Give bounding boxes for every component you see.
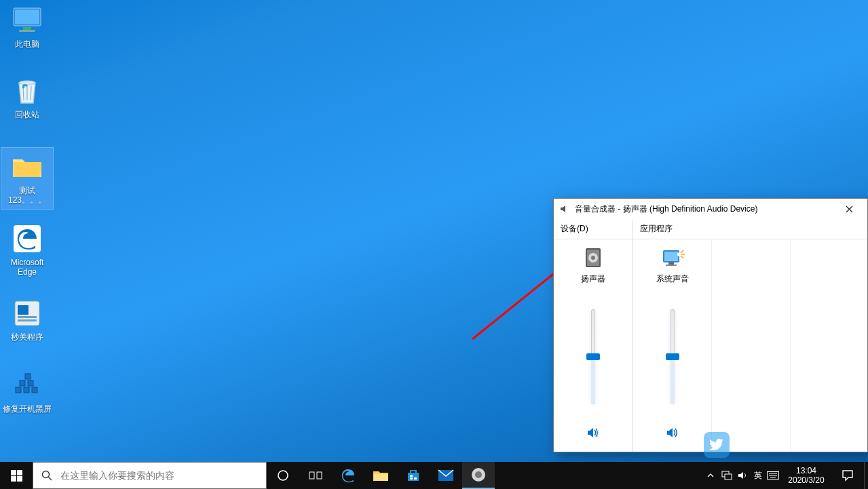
svg-rect-3 (19, 30, 35, 32)
volume-slider[interactable] (591, 300, 595, 414)
device-section: 设备(D) 扬声器 (554, 220, 633, 452)
svg-rect-36 (410, 475, 413, 477)
svg-rect-13 (16, 387, 21, 393)
action-center-button[interactable] (831, 462, 864, 489)
folder-icon (373, 469, 389, 482)
svg-rect-27 (17, 470, 22, 475)
edge-icon (11, 222, 43, 255)
tray-keyboard[interactable] (765, 462, 781, 489)
desktop-icon-this-pc[interactable]: 此电脑 (1, 4, 53, 49)
edge-icon (339, 467, 357, 484)
window-titlebar[interactable]: 音量合成器 - 扬声器 (High Definition Audio Devic… (554, 199, 867, 219)
speaker-device-icon[interactable] (581, 246, 605, 269)
close-button[interactable] (835, 199, 863, 218)
volume-mixer-window[interactable]: 音量合成器 - 扬声器 (High Definition Audio Devic… (553, 198, 868, 452)
svg-rect-34 (317, 472, 322, 479)
tray-ime[interactable]: 英 (751, 462, 765, 489)
svg-rect-22 (664, 252, 678, 261)
svg-rect-33 (309, 472, 314, 479)
taskbar-app-mixer[interactable] (462, 462, 495, 489)
volume-slider[interactable] (671, 300, 675, 414)
desktop-icon-edge[interactable]: Microsoft Edge (1, 222, 53, 277)
folder-icon (11, 151, 43, 183)
watermark-logo-icon (704, 432, 730, 458)
svg-rect-7 (18, 305, 29, 315)
svg-rect-12 (28, 380, 33, 386)
tray-volume[interactable] (735, 462, 751, 489)
show-desktop-button[interactable] (864, 462, 868, 489)
speaker-icon (559, 203, 570, 214)
svg-rect-15 (32, 387, 37, 393)
search-box[interactable] (33, 462, 267, 489)
tray-network[interactable] (719, 462, 735, 489)
system-sounds-icon[interactable] (660, 246, 685, 269)
tray-date: 2020/3/20 (788, 475, 824, 485)
svg-rect-2 (23, 27, 31, 30)
speaker-icon (738, 471, 749, 480)
svg-rect-14 (24, 387, 29, 393)
mixer-column-system-sounds: 系统声音 (633, 239, 712, 452)
taskbar-app-mail[interactable] (430, 462, 462, 489)
taskbar: 英 13:04 2020/3/20 (0, 462, 868, 489)
svg-rect-35 (373, 474, 388, 481)
watermark-text: 白云一键重装系统 (735, 435, 860, 455)
svg-rect-28 (11, 476, 16, 482)
search-input[interactable] (60, 470, 266, 481)
section-header-device: 设备(D) (554, 220, 633, 239)
desktop-icon-label: 秒关程序 (1, 332, 53, 342)
taskbar-app-edge[interactable] (332, 462, 364, 489)
desktop-icon-fix-boot[interactable]: 修复开机黑屏 (1, 369, 53, 414)
start-button[interactable] (0, 462, 33, 489)
speaker-unmuted-icon (586, 426, 600, 439)
mail-icon (438, 469, 454, 482)
mixer-task-icon (470, 467, 487, 483)
search-icon (33, 470, 60, 481)
desktop-icon-recycle-bin[interactable]: 回收站 (1, 75, 53, 119)
mixer-column-label: 系统声音 (656, 273, 689, 285)
monitor-icon (11, 4, 43, 37)
mixer-column-empty (712, 239, 791, 452)
section-header-apps: 应用程序 (633, 220, 867, 239)
desktop-icon-test-folder[interactable]: 测试123。。。 (1, 148, 53, 209)
desktop-icon-sec-close[interactable]: 秒关程序 (1, 297, 53, 342)
notification-icon (842, 469, 854, 482)
close-icon (846, 206, 853, 213)
mixer-column-speaker: 扬声器 (554, 239, 633, 452)
windows-icon (11, 470, 22, 482)
mute-button[interactable] (663, 423, 682, 442)
mixer-column-empty (791, 239, 867, 452)
desktop-icon-label: 测试123。。。 (1, 186, 53, 205)
svg-rect-10 (25, 374, 31, 379)
tray-chevron-up[interactable] (702, 462, 719, 489)
svg-point-42 (475, 471, 482, 478)
svg-rect-39 (414, 477, 417, 480)
svg-point-32 (278, 471, 288, 480)
keyboard-icon (767, 471, 779, 480)
cubes-icon (11, 369, 43, 402)
chevron-up-icon (707, 473, 714, 478)
desktop-icon-label: 修复开机黑屏 (1, 404, 53, 414)
mute-button[interactable] (584, 423, 603, 442)
desktop-icon-label: 此电脑 (1, 39, 53, 49)
system-tray: 英 13:04 2020/3/20 (702, 462, 868, 489)
watermark: 白云一键重装系统 (704, 432, 860, 458)
taskview-icon (309, 470, 322, 481)
network-icon (721, 471, 732, 480)
svg-rect-29 (17, 476, 22, 482)
cortana-button[interactable] (267, 462, 299, 489)
desktop-icon-label: 回收站 (1, 110, 53, 119)
taskbar-app-store[interactable] (397, 462, 430, 489)
svg-rect-23 (668, 262, 674, 265)
desktop-icon-label: Microsoft Edge (1, 258, 53, 277)
task-view-button[interactable] (299, 462, 332, 489)
svg-point-30 (43, 471, 50, 478)
svg-rect-38 (410, 477, 413, 480)
tray-clock[interactable]: 13:04 2020/3/20 (781, 462, 831, 489)
taskbar-app-explorer[interactable] (364, 462, 397, 489)
svg-rect-1 (15, 9, 39, 24)
window-title: 音量合成器 - 扬声器 (High Definition Audio Devic… (575, 203, 835, 215)
store-icon (406, 468, 421, 483)
speaker-unmuted-icon (666, 426, 679, 439)
svg-point-4 (19, 81, 35, 85)
svg-rect-9 (18, 319, 37, 321)
